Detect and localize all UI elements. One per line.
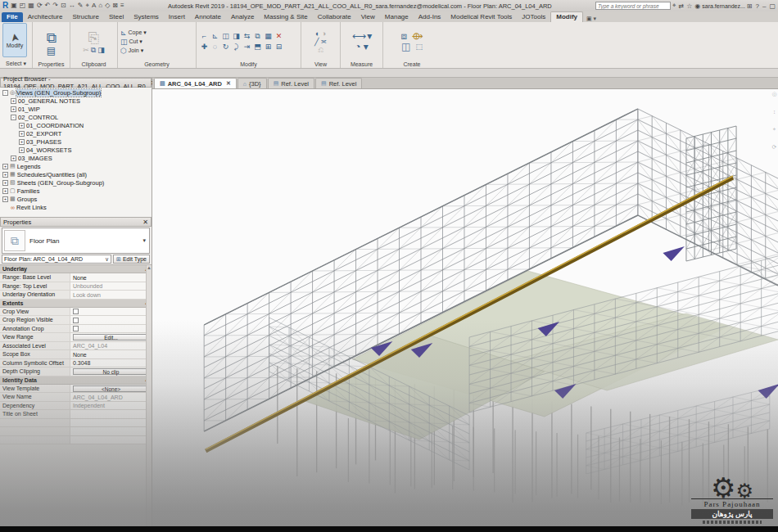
- modify-tool-icon-10[interactable]: ↻: [223, 43, 229, 51]
- property-value[interactable]: [70, 436, 152, 444]
- qat-tag-icon[interactable]: ⌖: [85, 2, 89, 10]
- create-similar-icon[interactable]: ◫: [401, 42, 410, 52]
- hide-icon[interactable]: ◑: [322, 29, 326, 38]
- qat-save-icon[interactable]: ▦: [28, 2, 34, 10]
- modify-tool-icon-1[interactable]: ⊾: [212, 32, 219, 40]
- property-button[interactable]: <None>: [73, 385, 149, 392]
- modify-tool-icon-15[interactable]: ⊟: [276, 43, 283, 51]
- edit-type-button[interactable]: ⊞ Edit Type: [113, 255, 150, 264]
- qat-customize-qat-icon[interactable]: ≡: [120, 2, 124, 10]
- properties-scrollbar[interactable]: ▲: [146, 265, 152, 526]
- modify-tool-icon-0[interactable]: ⌐: [202, 32, 206, 40]
- tree-expander-icon[interactable]: +: [11, 98, 16, 104]
- properties-palette-icon[interactable]: ⧉: [46, 30, 56, 46]
- qat-open-icon[interactable]: ◰: [20, 2, 26, 10]
- tree-item-02-export[interactable]: +02_EXPORT: [0, 129, 152, 138]
- tree-expander-icon[interactable]: +: [2, 180, 8, 186]
- tree-expander-icon[interactable]: -: [2, 90, 8, 96]
- lightbulb-icon[interactable]: ◐: [315, 29, 319, 38]
- property-value[interactable]: Edit...: [70, 333, 152, 341]
- tree-expander-icon[interactable]: -: [11, 115, 16, 120]
- qat-print-icon[interactable]: ⊡: [61, 2, 66, 10]
- tree-item-families[interactable]: +▢Families: [0, 187, 152, 195]
- tree-item-01-wip[interactable]: +01_WIP: [0, 105, 152, 113]
- create-panel-label[interactable]: Create: [383, 61, 441, 68]
- view-panel-label[interactable]: View: [301, 61, 340, 68]
- tree-expander-icon[interactable]: +: [2, 172, 8, 178]
- qat-app-window-icon[interactable]: ▣: [11, 2, 17, 10]
- ribbon-tab-file[interactable]: File: [2, 12, 23, 22]
- view-tab-2[interactable]: ▤Ref. Level: [268, 78, 314, 88]
- ribbon-tab-jotools[interactable]: JOTools: [517, 12, 550, 22]
- checkbox[interactable]: [73, 309, 79, 314]
- property-value[interactable]: 0.3048: [70, 359, 152, 367]
- tree-item-schedules-quantities-all-[interactable]: +▦Schedules/Quantities (all): [0, 170, 152, 178]
- tree-item-views-gen-group-subgroup-[interactable]: -◎Views (GEN_Group-Subgroup): [0, 88, 152, 97]
- select-panel-label[interactable]: Select ▾: [0, 61, 32, 68]
- modify-tool-icon-5[interactable]: ⧉: [255, 32, 260, 40]
- instance-filter-combo[interactable]: Floor Plan: ARC_04_L04_ARD ∨: [2, 255, 111, 264]
- property-value[interactable]: None: [70, 273, 152, 282]
- tree-expander-icon[interactable]: +: [19, 147, 25, 153]
- tree-item-00-general-notes[interactable]: +00_GENERAL NOTES: [0, 97, 152, 105]
- property-value[interactable]: Unbounded: [70, 282, 152, 291]
- ribbon-tab-collaborate[interactable]: Collaborate: [313, 12, 356, 22]
- type-selector-dropdown-icon[interactable]: ▾: [142, 237, 147, 244]
- qat-sync-icon[interactable]: ⟳: [37, 2, 43, 10]
- measure-ruler-icon[interactable]: ⟷ ▾: [352, 31, 372, 42]
- ribbon-tab-architecture[interactable]: Architecture: [23, 12, 68, 22]
- measure-panel-label[interactable]: Measure: [341, 61, 382, 68]
- tree-expander-icon[interactable]: +: [19, 139, 25, 145]
- property-value[interactable]: None: [70, 350, 152, 358]
- checkbox[interactable]: [73, 318, 79, 323]
- ribbon-tab-manage[interactable]: Manage: [380, 12, 414, 22]
- ribbon-tab-modelical-revit-tools[interactable]: Modelical Revit Tools: [446, 12, 517, 22]
- legend-component-icon[interactable]: ⧈: [400, 31, 407, 42]
- steering-wheel-icon[interactable]: ◎: [771, 91, 776, 97]
- property-value[interactable]: ARC_04_L04: [70, 342, 152, 350]
- qat-aligned-dimension-icon[interactable]: ✎: [78, 2, 84, 10]
- override-icon[interactable]: ≍: [320, 38, 327, 46]
- modify-tool-icon-7[interactable]: ✕: [276, 32, 283, 40]
- modify-tool-icon-12[interactable]: ⇥: [244, 43, 251, 51]
- checkbox[interactable]: [73, 326, 79, 331]
- copy-to-clipboard-icon[interactable]: ⧉: [91, 46, 96, 54]
- help-search-input[interactable]: [595, 2, 671, 10]
- match-type-icon[interactable]: ◨: [97, 46, 105, 54]
- tree-item-revit-links[interactable]: ∞Revit Links: [0, 203, 152, 211]
- paste-icon[interactable]: ⎘: [88, 30, 100, 46]
- tree-expander-icon[interactable]: +: [2, 188, 8, 194]
- ribbon-tab-insert[interactable]: Insert: [164, 12, 190, 22]
- join-button[interactable]: ⬡Join ▾: [120, 47, 193, 55]
- ribbon-more-icon[interactable]: ▣ ▾: [583, 16, 599, 22]
- tree-item-groups[interactable]: +▩Groups: [0, 195, 152, 203]
- property-button[interactable]: No clip: [73, 368, 149, 375]
- tree-item-legends[interactable]: +▤Legends: [0, 162, 152, 170]
- properties-panel-label[interactable]: Properties: [33, 61, 70, 68]
- tree-item-03-phases[interactable]: +03_PHASES: [0, 138, 152, 146]
- ribbon-tab-view[interactable]: View: [356, 12, 380, 22]
- cut-to-clipboard-icon[interactable]: ✂: [83, 46, 89, 54]
- ribbon-tab-modify[interactable]: Modify: [550, 11, 583, 22]
- ribbon-tab-structure[interactable]: Structure: [67, 12, 103, 22]
- tree-item-04-worksets[interactable]: +04_WORKSETS: [0, 146, 152, 154]
- view-tab-3[interactable]: ▤Ref. Level: [315, 78, 362, 88]
- qat-revit-logo[interactable]: R: [2, 2, 8, 10]
- property-value[interactable]: [70, 308, 152, 316]
- subscription-icon[interactable]: ⇄: [678, 2, 684, 10]
- tree-item-sheets-gen-group-subgroup-[interactable]: +▧Sheets (GEN_Group-Subgroup): [0, 178, 152, 187]
- ribbon-tab-steel[interactable]: Steel: [104, 12, 129, 22]
- qat-default-3d-view-icon[interactable]: ⌂: [98, 2, 102, 10]
- modify-tool-button[interactable]: ➤ Modify: [2, 23, 27, 57]
- property-value[interactable]: <None>: [70, 385, 152, 393]
- property-value[interactable]: ARC_04_L04_ARD: [70, 393, 152, 401]
- qat-section-icon[interactable]: ◇: [105, 2, 110, 10]
- property-value[interactable]: Independent: [70, 402, 152, 410]
- navigation-bar[interactable]: ◎ ↕ ⌖ ⟳: [771, 91, 778, 205]
- user-icon[interactable]: ◉: [694, 2, 700, 10]
- type-properties-icon[interactable]: ▤: [47, 46, 56, 56]
- property-value[interactable]: [70, 427, 152, 435]
- modify-tool-icon-6[interactable]: ▦: [265, 32, 272, 40]
- search-icon[interactable]: ⌖: [672, 2, 676, 10]
- tree-expander-icon[interactable]: +: [2, 164, 8, 169]
